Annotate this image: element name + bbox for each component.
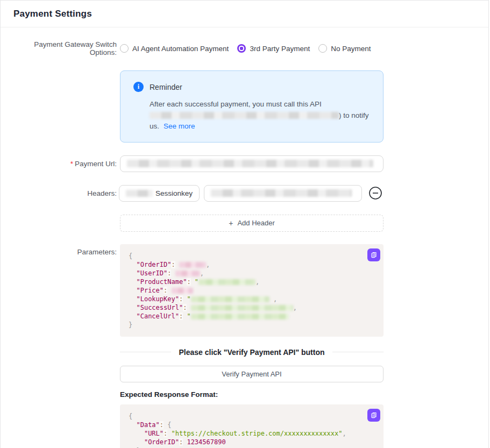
- reminder-line1: After each successful payment, you must …: [150, 99, 370, 110]
- reminder-line3: us.See more: [150, 121, 370, 132]
- card-content: Payment Gateway Switch Options: AI Agent…: [1, 40, 488, 448]
- minus-circle-icon: [368, 186, 382, 200]
- radio-circle-icon[interactable]: [237, 44, 246, 53]
- code-line: "UserID": ,: [129, 269, 375, 278]
- code-line: "SuccessUrl": ,: [129, 303, 375, 312]
- gateway-switch-row: Payment Gateway Switch Options: AI Agent…: [13, 40, 475, 56]
- card-header: Payment Settings: [1, 1, 488, 27]
- reminder-header: i Reminder: [133, 82, 370, 92]
- reminder-line3-text: us.: [150, 122, 159, 130]
- headers-inputs: Sessionkey: [119, 185, 382, 202]
- code-line: "ProductName": ",: [129, 278, 375, 286]
- expected-response-format-label: Expected Response Format:: [120, 390, 475, 399]
- payment-url-row: *Payment Url:: [13, 155, 475, 172]
- redacted-value: [175, 271, 200, 276]
- redacted-api-url: [150, 112, 339, 119]
- parameters-row: Parameters: { "OrderID": , "UserID": , "…: [13, 244, 475, 337]
- header-value-input[interactable]: [204, 185, 362, 202]
- divider-text: Please click "Verify Payment API" button: [179, 348, 324, 357]
- radio-label: No Payment: [331, 45, 371, 53]
- code-line: "Data": {: [129, 421, 375, 429]
- verify-divider: Please click "Verify Payment API" button: [120, 348, 384, 357]
- payment-settings-card: Payment Settings Payment Gateway Switch …: [0, 0, 489, 448]
- redacted-value: [191, 314, 289, 319]
- radio-label: 3rd Party Payment: [250, 45, 310, 53]
- code-line: }: [129, 321, 375, 329]
- radio-no-payment[interactable]: No Payment: [318, 44, 371, 53]
- headers-label: Headers:: [13, 189, 119, 197]
- divider-line-right: [332, 352, 384, 352]
- add-header-label: Add Header: [237, 219, 274, 227]
- redacted-header-key-prefix: [126, 190, 153, 197]
- page-title: Payment Settings: [13, 9, 475, 19]
- copy-icon: [370, 251, 378, 259]
- radio-circle-icon[interactable]: [120, 44, 129, 53]
- reminder-body: After each successful payment, you must …: [133, 99, 370, 132]
- remove-header-button[interactable]: [368, 186, 382, 200]
- add-header-button[interactable]: + Add Header: [120, 215, 384, 232]
- verify-payment-api-button[interactable]: Verify Payment API: [120, 366, 384, 382]
- code-line: {: [129, 252, 375, 260]
- code-line: {: [129, 412, 375, 421]
- copy-icon: [370, 411, 378, 419]
- code-line: "URL": "https://checkout.stripe.com/xxxx…: [129, 429, 375, 438]
- radio-label: AI Agent Automation Payment: [132, 45, 229, 53]
- payment-url-field-wrap: [120, 155, 384, 172]
- reminder-title: Reminder: [150, 83, 182, 91]
- redacted-value: [191, 296, 269, 302]
- payment-url-input[interactable]: [120, 155, 384, 172]
- copy-response-button[interactable]: [367, 409, 380, 422]
- gateway-radio-group: AI Agent Automation Payment 3rd Party Pa…: [120, 44, 371, 53]
- reminder-line2: ) to notify: [150, 110, 370, 122]
- headers-row: Headers: Sessionkey: [13, 185, 475, 202]
- required-asterisk: *: [70, 160, 73, 168]
- redacted-value: [179, 262, 206, 268]
- code-line: "CancelUrl": ": [129, 312, 375, 321]
- radio-ai-agent-automation-payment[interactable]: AI Agent Automation Payment: [120, 44, 229, 53]
- gateway-switch-label: Payment Gateway Switch Options:: [13, 40, 119, 56]
- code-line: "Price":: [129, 286, 375, 295]
- info-icon: i: [133, 82, 144, 92]
- header-key-visible-text: Sessionkey: [155, 189, 193, 197]
- redacted-header-value: [211, 189, 352, 197]
- parameters-label: Parameters:: [13, 244, 119, 256]
- code-line: },: [129, 446, 375, 448]
- radio-circle-icon[interactable]: [318, 44, 327, 53]
- reminder-line2-suffix: ) to notify: [339, 111, 369, 119]
- copy-parameters-button[interactable]: [367, 248, 380, 261]
- payment-url-label: *Payment Url:: [13, 160, 119, 168]
- code-line: "LookupKey": " ,: [129, 295, 375, 303]
- parameters-code-block: { "OrderID": , "UserID": , "ProductName"…: [120, 244, 384, 337]
- see-more-link[interactable]: See more: [164, 122, 195, 130]
- reminder-alert: i Reminder After each successful payment…: [120, 70, 384, 143]
- code-line: "OrderID": ,: [129, 260, 375, 269]
- redacted-value: [172, 288, 193, 294]
- redacted-payment-url-value: [127, 160, 373, 167]
- plus-icon: +: [229, 219, 233, 227]
- redacted-value: [191, 305, 293, 311]
- code-line: "OrderID": 1234567890: [129, 438, 375, 446]
- parameters-block-wrap: { "OrderID": , "UserID": , "ProductName"…: [120, 244, 384, 337]
- response-code-block: { "Data": { "URL": "https://checkout.str…: [120, 404, 384, 448]
- radio-3rd-party-payment[interactable]: 3rd Party Payment: [237, 44, 310, 53]
- redacted-value: [198, 279, 255, 285]
- header-key-input[interactable]: Sessionkey: [119, 185, 200, 202]
- divider-line-left: [120, 352, 171, 352]
